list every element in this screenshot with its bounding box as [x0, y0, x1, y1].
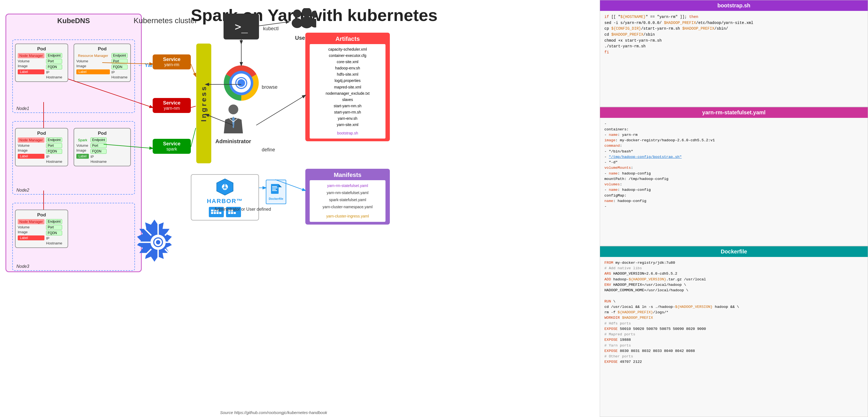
- diagram-area: Spark on Yarn with kubernetes KubeDNS Ku…: [0, 0, 600, 417]
- svg-rect-23: [214, 212, 216, 214]
- svg-rect-34: [272, 186, 277, 187]
- dockerfile-header: Dockerfile: [600, 246, 868, 257]
- pod-node2-2: Pod Spark Volume Image Label Endpoint Po…: [73, 128, 131, 166]
- k8s-label: Kubernetes cluster: [133, 16, 197, 25]
- svg-point-7: [302, 8, 312, 17]
- node3-label: Node3: [17, 264, 29, 269]
- svg-rect-24: [216, 212, 219, 214]
- service-yarn-nm: Service yarn-nm: [153, 98, 191, 113]
- svg-point-11: [228, 105, 238, 114]
- admin-or-user-label: Administrator or User defined: [191, 207, 294, 212]
- pod-node2-1: Pod Node Manager Volume Image Label Endp…: [15, 128, 68, 166]
- k8s-helm-logo: [133, 218, 183, 268]
- artifacts-box: Artifacts capacity-scheduler.xml contain…: [305, 33, 390, 141]
- admin-area: Administrator: [215, 103, 251, 144]
- bootstrap-header: bootstrap.sh: [600, 0, 868, 11]
- node1-border: [12, 39, 135, 113]
- yarn-rm-yaml-code: - containers: - name: yarn-rm image: my-…: [600, 118, 868, 246]
- svg-rect-36: [272, 189, 276, 190]
- svg-rect-25: [219, 212, 221, 214]
- svg-rect-35: [272, 187, 278, 188]
- svg-point-4: [238, 79, 245, 87]
- svg-marker-33: [279, 184, 282, 187]
- source-label: Source https://github.com/rootsongjc/kub…: [220, 410, 327, 415]
- dockerfile-code: FROM my-docker-registry/jdk:7u80 # Add n…: [600, 257, 868, 417]
- dockerfile-icon: Dockerfile: [266, 180, 286, 204]
- yarn-rm-yaml-header: yarn-rm-statefulset.yaml: [600, 107, 868, 118]
- svg-rect-37: [272, 190, 277, 191]
- admin-label: Administrator: [215, 138, 251, 144]
- service-spark: Service spark: [153, 139, 191, 154]
- svg-point-50: [156, 240, 160, 244]
- harbor-box: H HARBOR™: [191, 174, 259, 220]
- dockerfile-panel: Dockerfile FROM my-docker-registry/jdk:7…: [600, 246, 868, 417]
- svg-line-46: [165, 249, 173, 257]
- chrome-icon: [223, 65, 259, 101]
- svg-line-54: [191, 64, 196, 76]
- svg-line-62: [256, 95, 305, 125]
- main-container: Spark on Yarn with kubernetes KubeDNS Ku…: [0, 0, 868, 417]
- kubedns-label: KubeDNS: [6, 14, 141, 27]
- manifests-title: Manifests: [310, 172, 385, 179]
- ingress-box: Ingress: [196, 43, 211, 163]
- yarn-rm-yaml-panel: yarn-rm-statefulset.yaml - containers: -…: [600, 107, 868, 246]
- svg-rect-31: [234, 212, 236, 214]
- terminal-icon: >_: [223, 13, 259, 39]
- svg-line-56: [191, 128, 196, 147]
- pod-node3-1: Pod Node Manager Volume Image Label Endp…: [15, 210, 68, 248]
- define-label: define: [262, 147, 275, 153]
- manifests-content: yarn-rm-statefulset.yaml yarn-nm-statefu…: [310, 180, 385, 222]
- node2-label: Node2: [17, 188, 29, 193]
- svg-point-17: [224, 184, 226, 186]
- service-yarn-rm: Service yarn-rm: [153, 55, 191, 69]
- manifests-box: Manifests yarn-rm-statefulset.yaml yarn-…: [305, 169, 390, 224]
- bootstrap-code: if [[ "${HOSTNAME}" == "yarn-rm" ]]; the…: [600, 11, 868, 107]
- right-panel: bootstrap.sh if [[ "${HOSTNAME}" == "yar…: [600, 0, 868, 417]
- svg-rect-29: [228, 212, 230, 214]
- browse-label: browse: [262, 84, 278, 90]
- artifacts-content: capacity-scheduler.xml container-executo…: [310, 44, 385, 139]
- svg-line-55: [191, 106, 196, 107]
- kubectl-label: kubectl: [263, 26, 279, 32]
- svg-point-5: [293, 9, 301, 18]
- svg-rect-22: [211, 212, 213, 214]
- svg-rect-30: [231, 212, 233, 214]
- svg-point-9: [311, 11, 316, 18]
- bootstrap-panel: bootstrap.sh if [[ "${HOSTNAME}" == "yar…: [600, 0, 868, 107]
- artifacts-title: Artifacts: [310, 35, 385, 42]
